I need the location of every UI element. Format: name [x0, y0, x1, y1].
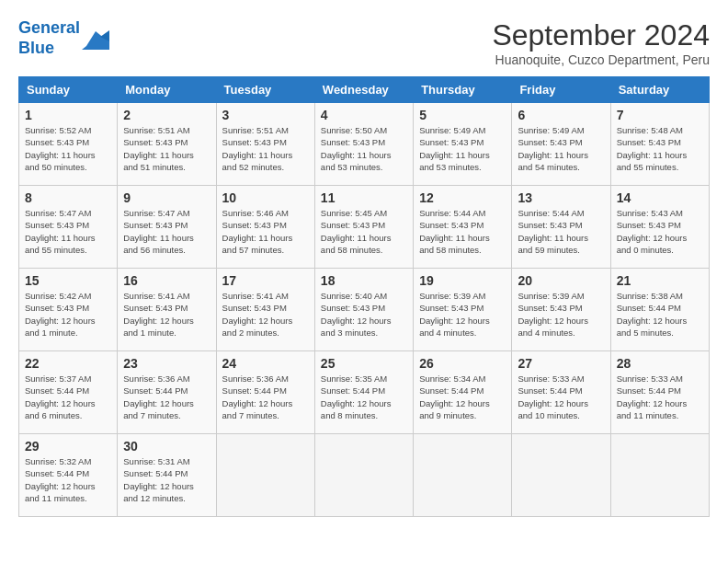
day-cell-21: 21 Sunrise: 5:38 AM Sunset: 5:44 PM Dayl… — [610, 269, 709, 351]
day-cell-30: 30 Sunrise: 5:31 AM Sunset: 5:44 PM Dayl… — [118, 434, 216, 517]
day-cell-24: 24 Sunrise: 5:36 AM Sunset: 5:44 PM Dayl… — [216, 351, 314, 434]
day-info: Sunrise: 5:41 AM Sunset: 5:43 PM Dayligh… — [123, 290, 210, 339]
day-number: 7 — [617, 108, 703, 122]
week-row-5: 29 Sunrise: 5:32 AM Sunset: 5:44 PM Dayl… — [19, 434, 710, 517]
day-info: Sunrise: 5:52 AM Sunset: 5:43 PM Dayligh… — [25, 124, 111, 173]
day-number: 15 — [25, 273, 111, 288]
day-header-monday: Monday — [118, 77, 216, 103]
day-header-sunday: Sunday — [19, 77, 118, 103]
day-info: Sunrise: 5:49 AM Sunset: 5:43 PM Dayligh… — [518, 124, 604, 173]
location-subtitle: Huanoquite, Cuzco Department, Peru — [492, 52, 710, 67]
empty-cell — [610, 434, 709, 517]
day-number: 1 — [25, 108, 111, 122]
day-info: Sunrise: 5:41 AM Sunset: 5:43 PM Dayligh… — [222, 290, 309, 339]
logo-icon — [82, 28, 109, 50]
day-number: 14 — [617, 190, 703, 205]
day-cell-26: 26 Sunrise: 5:34 AM Sunset: 5:44 PM Dayl… — [414, 351, 512, 434]
day-number: 9 — [123, 190, 210, 205]
day-cell-16: 16 Sunrise: 5:41 AM Sunset: 5:43 PM Dayl… — [118, 269, 216, 351]
day-info: Sunrise: 5:38 AM Sunset: 5:44 PM Dayligh… — [617, 290, 703, 339]
day-info: Sunrise: 5:39 AM Sunset: 5:43 PM Dayligh… — [518, 290, 604, 339]
day-info: Sunrise: 5:36 AM Sunset: 5:44 PM Dayligh… — [222, 373, 309, 421]
day-number: 26 — [419, 356, 506, 371]
day-cell-28: 28 Sunrise: 5:33 AM Sunset: 5:44 PM Dayl… — [610, 351, 709, 434]
header-row: SundayMondayTuesdayWednesdayThursdayFrid… — [19, 77, 710, 103]
day-number: 6 — [518, 108, 604, 122]
day-number: 10 — [222, 190, 309, 205]
page-header: GeneralBlue September 2024 Huanoquite, C… — [18, 18, 710, 67]
day-cell-10: 10 Sunrise: 5:46 AM Sunset: 5:43 PM Dayl… — [216, 186, 314, 269]
day-cell-17: 17 Sunrise: 5:41 AM Sunset: 5:43 PM Dayl… — [216, 269, 314, 351]
day-cell-9: 9 Sunrise: 5:47 AM Sunset: 5:43 PM Dayli… — [118, 186, 216, 269]
day-info: Sunrise: 5:36 AM Sunset: 5:44 PM Dayligh… — [123, 373, 210, 421]
day-cell-22: 22 Sunrise: 5:37 AM Sunset: 5:44 PM Dayl… — [19, 351, 118, 434]
day-number: 8 — [25, 190, 111, 205]
day-cell-1: 1 Sunrise: 5:52 AM Sunset: 5:43 PM Dayli… — [19, 103, 118, 186]
day-info: Sunrise: 5:37 AM Sunset: 5:44 PM Dayligh… — [25, 373, 111, 421]
day-cell-20: 20 Sunrise: 5:39 AM Sunset: 5:43 PM Dayl… — [512, 269, 610, 351]
empty-cell — [314, 434, 413, 517]
day-cell-6: 6 Sunrise: 5:49 AM Sunset: 5:43 PM Dayli… — [512, 103, 610, 186]
day-cell-13: 13 Sunrise: 5:44 AM Sunset: 5:43 PM Dayl… — [512, 186, 610, 269]
day-header-friday: Friday — [512, 77, 610, 103]
day-number: 28 — [617, 356, 703, 371]
logo: GeneralBlue — [18, 18, 109, 58]
day-cell-23: 23 Sunrise: 5:36 AM Sunset: 5:44 PM Dayl… — [118, 351, 216, 434]
day-number: 13 — [518, 190, 604, 205]
day-info: Sunrise: 5:42 AM Sunset: 5:43 PM Dayligh… — [25, 290, 111, 339]
day-number: 2 — [123, 108, 210, 122]
day-info: Sunrise: 5:31 AM Sunset: 5:44 PM Dayligh… — [123, 455, 210, 504]
day-info: Sunrise: 5:33 AM Sunset: 5:44 PM Dayligh… — [518, 373, 604, 421]
day-info: Sunrise: 5:49 AM Sunset: 5:43 PM Dayligh… — [419, 124, 506, 173]
day-number: 29 — [25, 439, 111, 454]
day-info: Sunrise: 5:33 AM Sunset: 5:44 PM Dayligh… — [617, 373, 703, 421]
day-number: 3 — [222, 108, 309, 122]
day-cell-25: 25 Sunrise: 5:35 AM Sunset: 5:44 PM Dayl… — [314, 351, 413, 434]
day-info: Sunrise: 5:43 AM Sunset: 5:43 PM Dayligh… — [617, 207, 703, 256]
day-number: 23 — [123, 356, 210, 371]
day-number: 20 — [518, 273, 604, 288]
day-info: Sunrise: 5:48 AM Sunset: 5:43 PM Dayligh… — [617, 124, 703, 173]
day-number: 22 — [25, 356, 111, 371]
day-cell-15: 15 Sunrise: 5:42 AM Sunset: 5:43 PM Dayl… — [19, 269, 118, 351]
day-info: Sunrise: 5:40 AM Sunset: 5:43 PM Dayligh… — [321, 290, 407, 339]
day-info: Sunrise: 5:45 AM Sunset: 5:43 PM Dayligh… — [321, 207, 407, 256]
day-number: 30 — [123, 439, 210, 454]
calendar-table: SundayMondayTuesdayWednesdayThursdayFrid… — [18, 76, 710, 517]
day-cell-7: 7 Sunrise: 5:48 AM Sunset: 5:43 PM Dayli… — [610, 103, 709, 186]
day-number: 19 — [419, 273, 506, 288]
day-cell-11: 11 Sunrise: 5:45 AM Sunset: 5:43 PM Dayl… — [314, 186, 413, 269]
day-info: Sunrise: 5:34 AM Sunset: 5:44 PM Dayligh… — [419, 373, 506, 421]
day-number: 18 — [321, 273, 407, 288]
day-info: Sunrise: 5:46 AM Sunset: 5:43 PM Dayligh… — [222, 207, 309, 256]
day-info: Sunrise: 5:47 AM Sunset: 5:43 PM Dayligh… — [123, 207, 210, 256]
day-info: Sunrise: 5:44 AM Sunset: 5:43 PM Dayligh… — [518, 207, 604, 256]
day-number: 11 — [321, 190, 407, 205]
day-info: Sunrise: 5:47 AM Sunset: 5:43 PM Dayligh… — [25, 207, 111, 256]
day-info: Sunrise: 5:51 AM Sunset: 5:43 PM Dayligh… — [123, 124, 210, 173]
day-info: Sunrise: 5:44 AM Sunset: 5:43 PM Dayligh… — [419, 207, 506, 256]
empty-cell — [512, 434, 610, 517]
day-info: Sunrise: 5:50 AM Sunset: 5:43 PM Dayligh… — [321, 124, 407, 173]
day-header-thursday: Thursday — [414, 77, 512, 103]
day-number: 27 — [518, 356, 604, 371]
day-header-tuesday: Tuesday — [216, 77, 314, 103]
day-number: 5 — [419, 108, 506, 122]
day-info: Sunrise: 5:32 AM Sunset: 5:44 PM Dayligh… — [25, 455, 111, 504]
month-title: September 2024 — [492, 18, 710, 52]
day-cell-4: 4 Sunrise: 5:50 AM Sunset: 5:43 PM Dayli… — [314, 103, 413, 186]
day-header-saturday: Saturday — [610, 77, 709, 103]
day-number: 16 — [123, 273, 210, 288]
day-number: 24 — [222, 356, 309, 371]
day-number: 4 — [321, 108, 407, 122]
day-cell-2: 2 Sunrise: 5:51 AM Sunset: 5:43 PM Dayli… — [118, 103, 216, 186]
logo-text: GeneralBlue — [18, 18, 80, 58]
day-cell-3: 3 Sunrise: 5:51 AM Sunset: 5:43 PM Dayli… — [216, 103, 314, 186]
day-cell-18: 18 Sunrise: 5:40 AM Sunset: 5:43 PM Dayl… — [314, 269, 413, 351]
week-row-4: 22 Sunrise: 5:37 AM Sunset: 5:44 PM Dayl… — [19, 351, 710, 434]
title-block: September 2024 Huanoquite, Cuzco Departm… — [492, 18, 710, 67]
empty-cell — [216, 434, 314, 517]
day-number: 21 — [617, 273, 703, 288]
day-cell-29: 29 Sunrise: 5:32 AM Sunset: 5:44 PM Dayl… — [19, 434, 118, 517]
day-cell-14: 14 Sunrise: 5:43 AM Sunset: 5:43 PM Dayl… — [610, 186, 709, 269]
